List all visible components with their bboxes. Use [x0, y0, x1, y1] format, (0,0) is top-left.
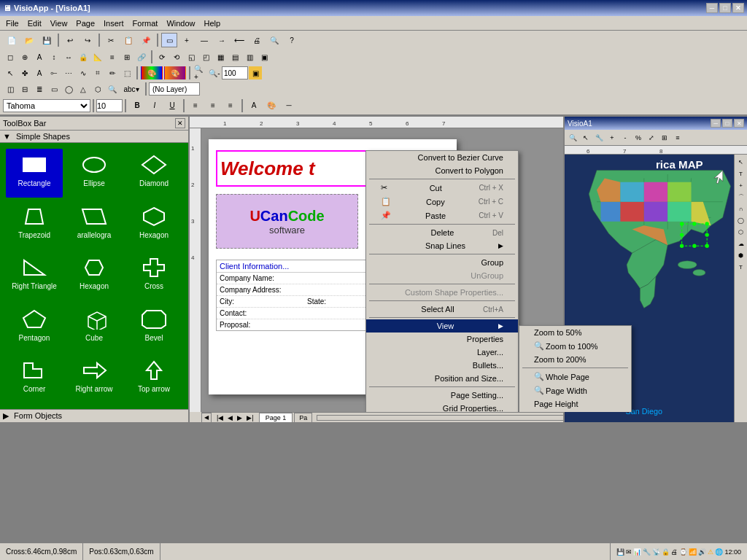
fmt-btn-9[interactable]: abc▾	[120, 82, 142, 96]
map-tool-5[interactable]: -	[619, 132, 631, 144]
draw-btn-1[interactable]: ↖	[4, 66, 17, 79]
shape-ellipse[interactable]: Ellipse	[66, 149, 123, 198]
fmt-btn-4[interactable]: ▭	[47, 82, 61, 96]
tb2-btn-13[interactable]: ◱	[185, 50, 198, 63]
shape-corner[interactable]: Corner	[6, 354, 63, 403]
redo-button[interactable]: ↪	[80, 33, 96, 47]
menu-insert[interactable]: Insert	[99, 18, 128, 29]
ctx-item-bezier[interactable]: Convert to Bezier Curve	[366, 151, 518, 164]
tb2-btn-9[interactable]: ⊞	[120, 50, 133, 63]
tb-btn-11[interactable]: ?	[284, 33, 300, 47]
ctx-item-gridprops[interactable]: Grid Properties...	[366, 402, 518, 412]
zoom-out-btn[interactable]: 🔍-	[208, 66, 221, 79]
tb2-btn-14[interactable]: ◰	[199, 50, 212, 63]
fmt-btn-3[interactable]: ≣	[33, 82, 46, 96]
menu-view[interactable]: View	[46, 18, 72, 29]
ctx-item-paste[interactable]: 📌 Paste Ctrl + V	[366, 209, 518, 222]
tb2-btn-10[interactable]: 🔗	[135, 50, 148, 63]
shape-parallelogram[interactable]: arallelogra	[66, 201, 123, 249]
side-btn-9[interactable]: ⬢	[736, 250, 746, 260]
map-close-btn[interactable]: ✕	[734, 119, 744, 128]
tb-btn-5[interactable]: +	[179, 33, 195, 47]
scroll-nav-first[interactable]: |◀	[214, 414, 225, 421]
tb2-btn-18[interactable]: ▣	[258, 50, 271, 63]
page-tab-pa[interactable]: Pa	[294, 413, 312, 422]
shape-hexagon[interactable]: Hexagon	[125, 201, 182, 249]
shape-rectangle[interactable]: Rectangle	[6, 149, 63, 198]
fmt-btn-1[interactable]: ◫	[4, 82, 17, 96]
tb-btn-7[interactable]: →	[214, 33, 230, 47]
bold-button[interactable]: B	[129, 98, 145, 113]
tb2-btn-7[interactable]: 📐	[91, 50, 104, 63]
shape-right-triangle[interactable]: Right Triangle	[6, 252, 63, 300]
tb-btn-10[interactable]: 🔍	[266, 33, 282, 47]
scroll-nav-last[interactable]: ▶|	[244, 414, 255, 421]
underline-button[interactable]: U	[164, 98, 180, 113]
scroll-left-btn[interactable]: ◀	[201, 413, 212, 423]
fill-color-btn[interactable]: 🎨	[263, 98, 279, 113]
font-size-input[interactable]	[96, 99, 123, 112]
map-tool-7[interactable]: ⤢	[646, 132, 657, 144]
shape-cube[interactable]: Cube	[66, 303, 123, 352]
sub-zoom100[interactable]: 🔍 Zoom to 100%	[519, 339, 631, 353]
menu-help[interactable]: Help	[200, 18, 225, 29]
zoom-in-btn[interactable]: 🔍+	[193, 66, 206, 79]
shape-pentagon[interactable]: Pentagon	[6, 303, 63, 352]
sub-pagewidth[interactable]: 🔍 Page Width	[519, 384, 631, 397]
fmt-btn-5[interactable]: ◯	[62, 82, 75, 96]
select-button[interactable]: ▭	[161, 33, 177, 47]
side-btn-10[interactable]: T	[736, 262, 746, 272]
side-btn-6[interactable]: ◯	[736, 215, 746, 225]
sub-pageheight[interactable]: Page Height	[519, 397, 631, 411]
map-tool-8[interactable]: ⊞	[659, 132, 670, 144]
layer-select[interactable]: (No Layer)	[149, 82, 200, 96]
shape-top-arrow[interactable]: Top arrow	[125, 354, 182, 403]
ctx-item-view[interactable]: View ▶	[366, 319, 518, 332]
tb-btn-6[interactable]: —	[196, 33, 212, 47]
menu-page[interactable]: Page	[71, 18, 99, 29]
tb2-btn-4[interactable]: ↕	[47, 50, 61, 63]
side-btn-7[interactable]: ⬡	[736, 227, 746, 237]
tb2-btn-11[interactable]: ⟳	[155, 50, 169, 63]
toolbox-close-btn[interactable]: ✕	[175, 118, 185, 128]
menu-format[interactable]: Format	[128, 18, 163, 29]
ctx-item-delete[interactable]: Delete Del	[366, 226, 518, 239]
ctx-item-cut[interactable]: ✂ Cut Ctrl + X	[366, 181, 518, 195]
map-tool-9[interactable]: ≡	[672, 132, 684, 144]
ctx-item-snaplines[interactable]: Snap Lines ▶	[366, 239, 518, 252]
side-btn-5[interactable]: ∩	[736, 203, 746, 214]
fmt-btn-8[interactable]: 🔍	[106, 82, 119, 96]
side-btn-2[interactable]: T	[736, 168, 746, 179]
tb2-btn-6[interactable]: 🔒	[77, 50, 90, 63]
undo-button[interactable]: ↩	[62, 33, 78, 47]
shape-trapezoid[interactable]: Trapezoid	[6, 201, 63, 249]
tb2-btn-15[interactable]: ▦	[214, 50, 227, 63]
ctx-item-layer[interactable]: Layer...	[366, 346, 518, 359]
align-left-btn[interactable]: ≡	[187, 98, 204, 113]
tb2-btn-2[interactable]: ⊕	[18, 50, 31, 63]
line-color-btn[interactable]: ─	[281, 98, 297, 113]
draw-btn-7[interactable]: ⌗	[91, 66, 104, 79]
tb2-btn-3[interactable]: A	[33, 50, 46, 63]
map-tool-4[interactable]: +	[606, 132, 618, 144]
tb-btn-8[interactable]: ⟵	[231, 33, 247, 47]
ctx-item-custom[interactable]: Custom Shape Properties...	[366, 286, 518, 299]
close-button[interactable]: ✕	[732, 3, 744, 13]
ctx-item-bullets[interactable]: Bullets...	[366, 359, 518, 372]
draw-btn-9[interactable]: ⬚	[120, 66, 133, 79]
side-btn-8[interactable]: ☁	[736, 238, 746, 249]
fmt-btn-7[interactable]: ⬡	[91, 82, 104, 96]
shape-right-arrow[interactable]: Right arrow	[66, 354, 123, 403]
align-right-btn[interactable]: ≡	[222, 98, 239, 113]
minimize-button[interactable]: ─	[706, 3, 718, 13]
align-center-btn[interactable]: ≡	[205, 98, 221, 113]
side-btn-4[interactable]: ⌒	[736, 192, 746, 202]
ctx-item-properties[interactable]: Properties	[366, 332, 518, 346]
tb-btn-9[interactable]: 🖨	[249, 33, 265, 47]
shape-hexagon2[interactable]: Hexagon	[66, 252, 123, 300]
fmt-btn-2[interactable]: ⊟	[18, 82, 31, 96]
scroll-nav-prev[interactable]: ◀	[225, 414, 235, 421]
font-color-btn[interactable]: A	[246, 98, 262, 113]
side-btn-3[interactable]: +	[736, 180, 746, 190]
shape-diamond[interactable]: Diamond	[125, 149, 182, 198]
